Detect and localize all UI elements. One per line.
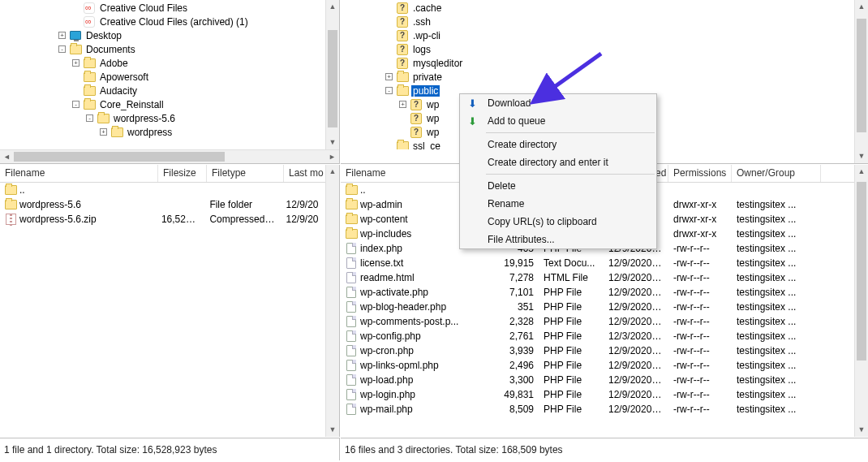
cell-type: PHP File xyxy=(539,360,604,371)
list-row[interactable]: wp-blog-header.php351PHP File12/9/2020 1… xyxy=(341,300,854,314)
menu-item[interactable]: File Attributes... xyxy=(460,231,656,248)
cell-perm: drwxr-xr-x xyxy=(668,228,732,240)
cell-type: PHP File xyxy=(539,374,604,386)
cell-size: 49,831 xyxy=(488,389,539,400)
list-row[interactable]: wordpress-5.6.zip16,528,923Compressed (z… xyxy=(0,212,325,227)
tree-label: wordpress-5.6 xyxy=(112,113,177,124)
column-header[interactable]: Owner/Group xyxy=(732,165,821,182)
list-row[interactable]: wp-links-opml.php2,496PHP File12/9/2020 … xyxy=(341,358,854,373)
tree-node[interactable]: ?.ssh xyxy=(341,15,854,28)
tree-twisty[interactable]: + xyxy=(69,56,83,70)
tree-node[interactable]: +wordpress xyxy=(0,125,325,139)
menu-item[interactable]: ⬇Add to queue xyxy=(460,112,656,130)
tree-node[interactable]: Creative Cloud Files xyxy=(0,1,325,15)
menu-item[interactable]: Create directory and enter it xyxy=(460,153,656,171)
menu-item[interactable]: Copy URL(s) to clipboard xyxy=(460,213,656,231)
tree-node[interactable]: -Documents xyxy=(0,42,325,56)
local-list-vscroll[interactable]: ▲▼ xyxy=(325,165,339,437)
column-header[interactable]: Filetype xyxy=(207,165,284,182)
file-name: wp-blog-header.php xyxy=(360,301,446,313)
cell-type: PHP File xyxy=(539,316,604,327)
cell-own: testingsitex ... xyxy=(732,360,821,371)
cell-own: testingsitex ... xyxy=(732,257,821,269)
tree-twisty xyxy=(69,84,83,97)
tree-label: Adobe xyxy=(98,58,130,69)
cell-own: testingsitex ... xyxy=(732,316,821,327)
tree-twisty xyxy=(382,28,396,42)
list-row[interactable]: wordpress-5.6File folder12/9/20 xyxy=(0,197,325,212)
menu-item[interactable]: Create directory xyxy=(460,136,656,153)
file-name: .. xyxy=(19,184,25,196)
list-row[interactable]: wp-cron.php3,939PHP File12/9/2020 1:22:.… xyxy=(341,343,854,358)
column-header[interactable]: Permissions xyxy=(668,165,732,182)
tree-twisty[interactable]: - xyxy=(382,84,396,97)
file-name: wordpress-5.6.zip xyxy=(19,214,97,225)
tree-node[interactable]: +Desktop xyxy=(0,28,325,42)
list-row[interactable]: wp-load.php3,300PHP File12/9/2020 1:22:.… xyxy=(341,373,854,387)
tree-label: wp xyxy=(425,113,440,124)
local-tree-vscroll[interactable]: ▲ ▼ xyxy=(325,0,339,149)
tree-twisty xyxy=(382,15,396,28)
remote-list-vscroll[interactable]: ▲ ▼ xyxy=(854,165,868,437)
tree-twisty xyxy=(382,42,396,56)
scroll-down-icon[interactable]: ▼ xyxy=(326,136,339,149)
tree-node[interactable]: +Adobe xyxy=(0,56,325,70)
unknown-folder-icon: ? xyxy=(410,112,423,125)
tree-node[interactable]: ?mysqleditor xyxy=(341,56,854,70)
tree-label: wordpress xyxy=(126,127,174,138)
file-icon xyxy=(345,344,358,357)
tree-twisty[interactable]: + xyxy=(382,70,396,84)
scroll-up-icon[interactable]: ▲ xyxy=(326,0,339,14)
folder-icon xyxy=(345,184,358,196)
tree-node[interactable]: Audacity xyxy=(0,84,325,97)
file-name: wp-mail.php xyxy=(360,404,413,415)
column-header[interactable]: Filesize xyxy=(158,165,207,182)
tree-node[interactable]: ?.wp-cli xyxy=(341,28,854,42)
tree-node[interactable]: ?.cache xyxy=(341,1,854,15)
file-name: wp-admin xyxy=(360,199,402,210)
column-header[interactable]: Last mo xyxy=(284,165,329,182)
menu-item[interactable]: Rename xyxy=(460,195,656,213)
menu-item[interactable]: Delete xyxy=(460,177,656,195)
column-header[interactable]: Filename xyxy=(0,165,158,182)
file-name: index.php xyxy=(360,243,402,254)
cell-own: testingsitex ... xyxy=(732,199,821,210)
menu-item[interactable]: ⬇Download xyxy=(460,94,656,112)
menu-label: File Attributes... xyxy=(488,234,555,245)
file-icon xyxy=(345,388,358,401)
list-row[interactable]: wp-mail.php8,509PHP File12/9/2020 1:22:.… xyxy=(341,402,854,417)
tree-node[interactable]: ?logs xyxy=(341,42,854,56)
cell-type: Text Docu... xyxy=(539,257,604,269)
list-row[interactable]: wp-config.php2,761PHP File12/3/2020 3:43… xyxy=(341,329,854,343)
file-icon xyxy=(345,315,358,328)
tree-node[interactable]: Creative Cloud Files (archived) (1) xyxy=(0,15,325,28)
tree-twisty[interactable]: - xyxy=(69,97,83,111)
file-icon xyxy=(345,271,358,284)
tree-label: Apowersoft xyxy=(98,71,150,83)
menu-separator xyxy=(486,132,655,133)
list-row[interactable]: wp-comments-post.p...2,328PHP File12/9/2… xyxy=(341,314,854,329)
tree-node[interactable]: -wordpress-5.6 xyxy=(0,111,325,125)
tree-node[interactable]: -Core_Reinstall xyxy=(0,97,325,111)
tree-twisty[interactable]: - xyxy=(55,42,69,56)
tree-twisty[interactable]: + xyxy=(396,97,410,111)
tree-twisty[interactable]: - xyxy=(83,111,97,125)
list-row[interactable]: license.txt19,915Text Docu...12/9/2020 1… xyxy=(341,256,854,270)
scroll-thumb[interactable] xyxy=(328,30,337,127)
local-tree-hscroll[interactable]: ◄► xyxy=(0,149,339,163)
remote-tree-vscroll[interactable]: ▲ ▼ xyxy=(854,0,868,163)
context-menu[interactable]: ⬇Download⬇Add to queueCreate directoryCr… xyxy=(459,93,657,249)
cell-mod: 12/9/2020 1:22:... xyxy=(604,345,668,356)
list-row[interactable]: wp-activate.php7,101PHP File12/9/2020 1:… xyxy=(341,285,854,300)
list-row[interactable]: .. xyxy=(0,183,325,197)
creative-cloud-icon xyxy=(83,2,96,15)
tree-node[interactable]: Apowersoft xyxy=(0,70,325,84)
tree-node[interactable]: +private xyxy=(341,70,854,84)
list-row[interactable]: readme.html7,278HTML File12/9/2020 1:22:… xyxy=(341,270,854,285)
list-row[interactable]: wp-login.php49,831PHP File12/9/2020 1:22… xyxy=(341,387,854,402)
desktop-icon xyxy=(69,29,82,42)
tree-label: .ssh xyxy=(411,16,432,28)
tree-twisty[interactable]: + xyxy=(97,125,110,139)
menu-label: Download xyxy=(488,97,531,109)
tree-twisty[interactable]: + xyxy=(55,28,69,42)
